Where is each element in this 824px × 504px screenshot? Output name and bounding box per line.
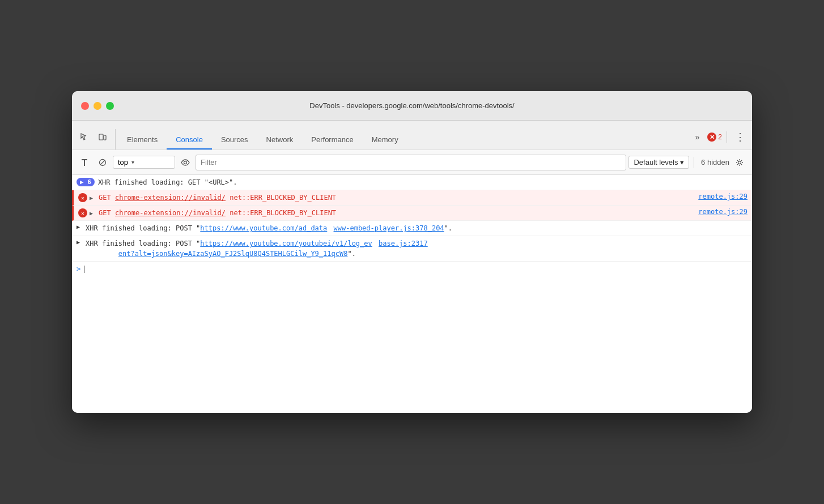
expand-arrow[interactable]: ▶: [90, 195, 93, 201]
xhr-post-text: XHR finished loading: POST "https://www.…: [86, 223, 747, 233]
expand-arrow-4[interactable]: ▶: [77, 239, 80, 245]
expand-arrow-2[interactable]: ▶: [90, 210, 93, 216]
error-code-2: net::ERR_BLOCKED_BY_CLIENT: [230, 209, 336, 217]
svg-point-6: [738, 161, 741, 164]
error-icon: ✕: [707, 133, 716, 142]
error-text: GET chrome-extension://invalid/ net::ERR…: [99, 193, 694, 203]
tab-elements[interactable]: Elements: [118, 131, 167, 150]
chevron-down-icon: ▾: [131, 159, 134, 165]
maximize-button[interactable]: [106, 102, 114, 110]
tab-memory[interactable]: Memory: [363, 131, 407, 150]
more-options-button[interactable]: ⋮: [732, 129, 747, 145]
tab-network[interactable]: Network: [257, 131, 303, 150]
log-icon-4: ▶: [77, 238, 82, 245]
clear-console-button[interactable]: [77, 155, 92, 170]
hidden-count: 6 hidden: [701, 158, 729, 166]
error-url[interactable]: chrome-extension://invalid/: [115, 194, 226, 202]
inspect-element-icon[interactable]: [77, 129, 92, 145]
traffic-lights: [81, 102, 114, 110]
repeat-badge: ▶ 6: [77, 178, 95, 186]
error-x-icon: ✕: [78, 193, 87, 202]
xhr-url-2[interactable]: https://www.youtube.com/youtubei/v1/log_…: [200, 240, 372, 247]
tab-bar-left-icons: [77, 129, 116, 150]
xhr-post-text-2: XHR finished loading: POST "https://www.…: [86, 238, 747, 259]
svg-rect-0: [99, 134, 103, 140]
error-url-2[interactable]: chrome-extension://invalid/: [115, 209, 226, 217]
cursor[interactable]: [84, 266, 84, 273]
error-text-2: GET chrome-extension://invalid/ net::ERR…: [99, 208, 694, 218]
tabs: Elements Console Sources Network Perform…: [118, 131, 689, 150]
xhr-url-1[interactable]: https://www.youtube.com/ad_data: [200, 224, 327, 232]
xhr-source-1[interactable]: www-embed-player.js:378_204: [334, 224, 444, 232]
console-input-row: >: [72, 262, 752, 276]
svg-line-4: [100, 160, 105, 165]
tab-sources[interactable]: Sources: [212, 131, 257, 150]
separator: [694, 157, 694, 168]
tab-bar: Elements Console Sources Network Perform…: [72, 121, 752, 150]
log-source-2[interactable]: remote.js:29: [698, 208, 747, 216]
more-tabs-button[interactable]: »: [689, 129, 705, 145]
xhr-post-entry-2: ▶ XHR finished loading: POST "https://ww…: [72, 236, 752, 262]
log-source[interactable]: remote.js:29: [698, 193, 747, 200]
error-entry-2: ✕ ▶ GET chrome-extension://invalid/ net:…: [72, 206, 752, 221]
error-icon: ✕ ▶: [78, 193, 95, 202]
svg-marker-2: [82, 159, 87, 166]
log-levels-dropdown[interactable]: Default levels ▾: [628, 156, 689, 169]
context-selector[interactable]: top ▾: [113, 156, 175, 169]
error-icon-2: ✕ ▶: [78, 208, 95, 217]
log-text: XHR finished loading: GET "<URL>".: [98, 177, 747, 187]
console-content: ▶ 6 XHR finished loading: GET "<URL>". ✕…: [72, 175, 752, 413]
tab-bar-right: » ✕ 2 ⋮: [689, 129, 747, 150]
error-entry: ✕ ▶ GET chrome-extension://invalid/ net:…: [72, 190, 752, 206]
block-network-button[interactable]: [95, 155, 111, 170]
error-x-icon-2: ✕: [78, 208, 87, 217]
minimize-button[interactable]: [94, 102, 101, 110]
console-settings-button[interactable]: [732, 155, 747, 170]
console-toolbar: top ▾ Default levels ▾ 6 hidden: [72, 150, 752, 175]
get-label-2: GET: [99, 209, 115, 217]
log-icon: ▶ 6: [77, 177, 95, 186]
xhr-post-entry: ▶ XHR finished loading: POST "https://ww…: [72, 221, 752, 236]
svg-point-5: [184, 161, 187, 164]
get-label: GET: [99, 194, 115, 202]
tab-console[interactable]: Console: [167, 131, 212, 150]
log-entry: ▶ 6 XHR finished loading: GET "<URL>".: [72, 175, 752, 190]
filter-input[interactable]: [196, 155, 626, 170]
xhr-source-2[interactable]: base.js:2317: [379, 240, 428, 247]
xhr-url-2b[interactable]: ent?alt=json&key=AIzaSyAO_FJ2SlqU8Q4STEH…: [118, 250, 348, 258]
close-button[interactable]: [81, 102, 89, 110]
title-bar: DevTools - developers.google.com/web/too…: [72, 91, 752, 121]
error-code: net::ERR_BLOCKED_BY_CLIENT: [230, 194, 336, 202]
prompt-arrow: >: [77, 265, 80, 273]
window-title: DevTools - developers.google.com/web/too…: [309, 101, 514, 110]
device-toolbar-icon[interactable]: [95, 129, 111, 145]
eye-button[interactable]: [177, 155, 193, 170]
devtools-window: DevTools - developers.google.com/web/too…: [72, 91, 752, 413]
separator: [727, 131, 727, 143]
error-badge[interactable]: ✕ 2: [707, 133, 722, 142]
tab-performance[interactable]: Performance: [302, 131, 362, 150]
log-icon-3: ▶: [77, 223, 82, 230]
expand-arrow-3[interactable]: ▶: [77, 224, 80, 230]
svg-rect-1: [104, 135, 106, 140]
